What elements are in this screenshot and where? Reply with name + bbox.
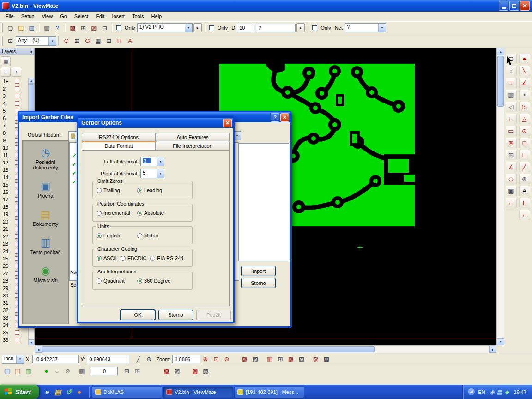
frame-select-icon[interactable]: ⊡ [5, 36, 16, 46]
language-indicator[interactable]: EN [478, 389, 485, 395]
layer-row[interactable]: 3 [0, 92, 29, 100]
prev-file-button[interactable]: < [193, 23, 202, 32]
browser-icon[interactable]: ● [75, 388, 83, 396]
close-button[interactable]: ✕ [520, 1, 530, 11]
chevron-down-icon[interactable]: ▼ [157, 157, 164, 166]
pads-dark-icon[interactable]: ▧ [296, 354, 307, 364]
place-dokumenty[interactable]: ▤Dokumenty [24, 208, 67, 227]
layer-36-visibility-checkbox[interactable] [15, 338, 19, 342]
hook-icon[interactable]: ⌐ [519, 210, 530, 220]
active-led-icon[interactable]: ● [41, 366, 52, 376]
radio-leading[interactable]: Leading [137, 187, 162, 193]
scroll-right-icon[interactable]: ▶ [489, 346, 496, 353]
tray-hide-icon[interactable]: ◀ [468, 388, 475, 395]
layer-4-visibility-checkbox[interactable] [15, 101, 19, 106]
flip-icon[interactable]: ◁ [506, 102, 517, 112]
measure-icon[interactable]: ╱ [133, 354, 144, 364]
chevron-down-icon[interactable]: ▼ [185, 24, 192, 32]
task-v2-bin-viewmate[interactable]: V2.bin - ViewMate [163, 387, 233, 398]
layer-down-icon[interactable]: ↓ [1, 67, 11, 77]
left-decimal-combo[interactable]: 3 ▼ [140, 157, 164, 166]
rect-draw-icon[interactable]: ▭ [506, 126, 517, 136]
zoom-field[interactable]: 1.8866 [172, 355, 200, 363]
place-plocha[interactable]: ▣Plocha [24, 180, 67, 199]
ok-button[interactable]: OK [121, 310, 155, 320]
pads-red-icon[interactable]: ▩ [285, 354, 296, 364]
dcode-status-field[interactable]: 0 [91, 367, 118, 375]
open-file-icon[interactable]: ▤ [16, 23, 26, 33]
layer-row[interactable]: 1+ [0, 78, 29, 85]
right-decimal-combo[interactable]: 5 ▼ [140, 169, 164, 178]
wedge-icon[interactable]: ∟ [519, 150, 530, 160]
slash-icon[interactable]: ╱ [519, 162, 530, 172]
minimize-button[interactable] [499, 1, 508, 11]
circle-select-icon[interactable]: C [61, 36, 72, 46]
angle-icon[interactable]: ∟ [506, 114, 517, 124]
radio-incremental-icon[interactable] [97, 211, 102, 216]
pan-vertical-icon[interactable]: ↕ [506, 66, 517, 76]
l-shape-icon[interactable]: L [519, 198, 530, 208]
layer-row[interactable]: 35 [0, 329, 29, 336]
zoom-in-icon[interactable]: ⊕ [200, 354, 211, 364]
scroll-down-icon[interactable]: ▼ [497, 338, 504, 345]
layer-1-visibility-checkbox[interactable] [15, 79, 19, 84]
print-icon[interactable]: ▦ [42, 23, 52, 33]
layer-add-icon[interactable]: ▥ [23, 366, 34, 376]
cut-icon[interactable]: ⊠ [506, 138, 517, 148]
place-posledn-dokumenty[interactable]: ◷Poslední dokumenty [24, 146, 67, 170]
scroll-up-icon[interactable]: ▲ [29, 78, 34, 84]
new-file-icon[interactable]: ▢ [5, 23, 16, 33]
text-tool-icon[interactable]: A [519, 186, 530, 196]
radio-incremental[interactable]: Incremental [97, 210, 130, 216]
radio-quadrant-icon[interactable] [97, 278, 102, 284]
layer-row[interactable]: 36 [0, 336, 29, 344]
keyboard-icon[interactable]: ▤ [496, 388, 503, 396]
h-select-icon[interactable]: H [114, 36, 125, 46]
radio-ascii-icon[interactable] [97, 256, 102, 261]
active-file-combo[interactable]: 1) V2.PHO ▼ [137, 23, 193, 32]
radio-metric[interactable]: Metric [137, 233, 158, 238]
toolbar-grip[interactable] [1, 23, 3, 32]
layer-35-visibility-checkbox[interactable] [15, 330, 19, 335]
radio-english-icon[interactable] [97, 233, 102, 238]
scroll-down-icon[interactable]: ▼ [29, 339, 34, 345]
radio-ascii[interactable]: ASCII [97, 255, 117, 261]
antivirus-icon[interactable]: ◆ [503, 388, 510, 396]
circle-draw-icon[interactable]: ⊙ [519, 126, 530, 136]
scrollbar-thumb[interactable] [29, 84, 34, 114]
dcode-dark-icon[interactable]: ▨ [172, 366, 182, 376]
aperture-dark-icon[interactable]: ▧ [200, 366, 211, 376]
layer-2-visibility-checkbox[interactable] [15, 86, 19, 91]
menu-tools[interactable]: Tools [128, 12, 148, 20]
line-draw-icon[interactable]: ╲ [519, 66, 530, 76]
dcode-input[interactable]: 10 [237, 24, 254, 32]
menu-help[interactable]: Help [148, 12, 166, 20]
grid-dots-icon[interactable]: ▦ [264, 354, 275, 364]
chevron-down-icon[interactable]: ▼ [16, 355, 24, 363]
layer-copy-icon[interactable]: ▤ [2, 366, 12, 376]
vertical-scrollbar[interactable]: ▲ ▼ [496, 48, 504, 345]
rows-select-icon[interactable]: ⊟ [103, 36, 114, 46]
tab-data-format[interactable]: Data Format [82, 141, 156, 150]
y-coordinate-field[interactable]: 0.690643 [87, 355, 129, 363]
menu-insert[interactable]: Insert [108, 12, 128, 20]
ie-icon[interactable]: e [43, 388, 51, 396]
task-d-mlab[interactable]: D:\MLAB [92, 387, 162, 398]
horizontal-scrollbar[interactable]: ◀ ▶ [35, 345, 496, 353]
layer-row[interactable]: 4 [0, 100, 29, 107]
context-help-icon[interactable]: ? [52, 23, 63, 33]
chevron-down-icon[interactable]: ▼ [48, 37, 56, 45]
radio-leading-icon[interactable] [137, 188, 142, 193]
place-tento-po-ta[interactable]: ▥Tento počítač [24, 236, 67, 255]
grid-lines-icon[interactable]: ⊞ [275, 354, 285, 364]
only-file-checkbox[interactable] [116, 25, 121, 30]
menu-setup[interactable]: Setup [18, 12, 38, 20]
radio-english[interactable]: English [97, 233, 120, 238]
chevron-down-icon[interactable]: ▼ [378, 24, 386, 32]
dcode-filter-input[interactable]: ? [256, 24, 296, 32]
prev-dcode-button[interactable]: < [296, 23, 305, 32]
dot-draw-icon[interactable]: ● [519, 54, 530, 64]
refresh-icon[interactable]: ↺ [64, 388, 73, 396]
menu-view[interactable]: View [38, 12, 56, 20]
group-select-icon[interactable]: G [82, 36, 93, 46]
